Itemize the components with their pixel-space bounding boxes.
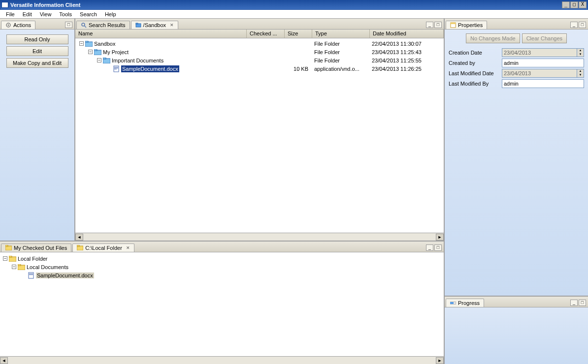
close-tab-icon[interactable]: ✕ xyxy=(126,245,130,250)
svg-point-1 xyxy=(8,24,9,26)
sandbox-tab-label: /Sandbox xyxy=(143,22,166,28)
folder-yellow-icon xyxy=(18,264,25,270)
expander-icon[interactable]: − xyxy=(12,265,16,269)
panel-minimize-button[interactable]: _ xyxy=(426,244,433,251)
local-folder-tab-label: C:\Local Folder xyxy=(85,245,122,251)
window-controls: _ □ X xyxy=(562,1,587,8)
tab-sandbox[interactable]: /Sandbox ✕ xyxy=(131,21,178,29)
tab-local-folder[interactable]: C:\Local Folder ✕ xyxy=(72,243,134,252)
main-panel: Search Results /Sandbox ✕ _ □ Name Check… xyxy=(75,19,444,241)
col-type[interactable]: Type xyxy=(312,30,370,38)
maximize-button[interactable]: □ xyxy=(570,1,578,8)
properties-icon xyxy=(450,22,456,28)
edit-button[interactable]: Edit xyxy=(6,46,68,56)
tab-properties[interactable]: Properties xyxy=(446,21,487,29)
tree-label: Sandbox xyxy=(94,41,115,47)
panel-minimize-button[interactable]: _ xyxy=(570,22,578,28)
scroll-right-icon[interactable]: ► xyxy=(436,234,444,241)
tree-label: Important Documents xyxy=(112,58,163,63)
creation-date-field[interactable] xyxy=(502,48,577,57)
menu-tools[interactable]: Tools xyxy=(55,10,76,18)
progress-icon xyxy=(450,301,456,305)
svg-line-3 xyxy=(85,26,87,28)
gear-icon xyxy=(5,22,11,28)
tree-row-sampledoc[interactable]: SampleDocument.docx 10 KB application/vn… xyxy=(75,64,444,73)
svg-rect-11 xyxy=(103,58,106,59)
tab-actions[interactable]: Actions xyxy=(1,21,35,29)
col-name[interactable]: Name xyxy=(75,30,247,38)
svg-point-2 xyxy=(82,23,85,26)
progress-panel: Progress _ □ xyxy=(445,297,588,364)
folder-icon xyxy=(103,58,110,63)
panel-maximize-button[interactable]: □ xyxy=(579,300,586,306)
local-row-file[interactable]: SampleDocument.docx xyxy=(2,271,442,279)
make-copy-edit-button[interactable]: Make Copy and Edit xyxy=(6,58,68,68)
local-label: SampleDocument.docx xyxy=(36,273,94,278)
col-date-modified[interactable]: Date Modified xyxy=(370,30,444,38)
app-icon xyxy=(1,2,8,8)
menu-edit[interactable]: Edit xyxy=(19,10,36,18)
cell-type: File Folder xyxy=(312,58,370,63)
progress-tab-label: Progress xyxy=(458,300,480,306)
menu-search[interactable]: Search xyxy=(76,10,101,18)
document-icon xyxy=(28,272,34,279)
created-by-field[interactable] xyxy=(502,59,584,67)
menubar: File Edit View Tools Search Help xyxy=(0,10,588,19)
cell-date: 23/04/2013 11:25:43 xyxy=(370,49,444,55)
actions-panel: Actions □ Read Only Edit Make Copy and E… xyxy=(0,19,75,241)
expander-icon[interactable]: − xyxy=(79,41,84,46)
panel-maximize-button[interactable]: □ xyxy=(434,244,442,251)
last-modified-by-field[interactable] xyxy=(502,79,584,88)
local-row-docs[interactable]: − Local Documents xyxy=(2,263,442,271)
no-changes-button[interactable]: No Changes Made xyxy=(466,33,520,43)
date-spinner-icon[interactable]: ▲▼ xyxy=(577,69,584,78)
document-icon xyxy=(113,65,120,72)
minimize-button[interactable]: _ xyxy=(562,1,570,8)
expander-icon[interactable]: − xyxy=(3,256,7,261)
tree-row-myproject[interactable]: −My Project File Folder 23/04/2013 11:25… xyxy=(75,48,444,56)
local-row-root[interactable]: − Local Folder xyxy=(2,254,442,263)
scroll-right-icon[interactable]: ► xyxy=(436,357,444,364)
read-only-button[interactable]: Read Only xyxy=(6,34,68,44)
scrollbar-horizontal[interactable]: ◄ ► xyxy=(75,233,444,241)
panel-minimize-button[interactable]: _ xyxy=(426,22,433,28)
col-checked-out[interactable]: Checked ... xyxy=(247,30,285,38)
last-modified-by-label: Last Modified By xyxy=(449,81,502,87)
folder-yellow-icon xyxy=(9,256,16,262)
panel-maximize-button[interactable]: □ xyxy=(579,22,586,28)
tab-search-results[interactable]: Search Results xyxy=(76,21,130,29)
scrollbar-horizontal[interactable]: ◄ ► xyxy=(0,356,444,364)
scroll-left-icon[interactable]: ◄ xyxy=(75,234,83,241)
close-button[interactable]: X xyxy=(579,1,587,8)
svg-rect-13 xyxy=(114,67,118,67)
local-label: Local Documents xyxy=(27,264,68,270)
panel-maximize-button[interactable]: □ xyxy=(65,22,72,28)
menu-file[interactable]: File xyxy=(2,10,19,18)
search-results-tab-label: Search Results xyxy=(89,22,126,28)
tab-checked-out-files[interactable]: My Checked Out Files xyxy=(1,243,71,252)
tab-progress[interactable]: Progress xyxy=(446,299,484,307)
last-modified-date-label: Last Modified Date xyxy=(449,70,502,76)
last-modified-date-field[interactable] xyxy=(502,69,577,78)
properties-tabstrip: Properties _ □ xyxy=(445,19,588,30)
folder-icon xyxy=(94,49,101,55)
date-spinner-icon[interactable]: ▲▼ xyxy=(577,48,584,57)
expander-icon[interactable]: − xyxy=(97,58,101,62)
cell-type: application/vnd.o... xyxy=(312,66,370,72)
clear-changes-button[interactable]: Clear Changes xyxy=(522,33,567,43)
tree-row-important[interactable]: −Important Documents File Folder 23/04/2… xyxy=(75,56,444,64)
actions-tabstrip: Actions □ xyxy=(0,19,74,30)
panel-maximize-button[interactable]: □ xyxy=(434,22,442,28)
col-size[interactable]: Size xyxy=(285,30,312,38)
menu-help[interactable]: Help xyxy=(101,10,120,18)
tree-row-sandbox[interactable]: −Sandbox File Folder 22/04/2013 11:30:07 xyxy=(75,39,444,48)
menu-view[interactable]: View xyxy=(36,10,56,18)
window-titlebar: Versatile Information Client _ □ X xyxy=(0,0,588,10)
close-tab-icon[interactable]: ✕ xyxy=(170,23,174,28)
svg-rect-26 xyxy=(29,274,33,275)
panel-minimize-button[interactable]: _ xyxy=(570,300,578,306)
magnifier-icon xyxy=(81,22,87,28)
expander-icon[interactable]: − xyxy=(88,50,93,54)
scroll-left-icon[interactable]: ◄ xyxy=(0,357,8,364)
properties-tab-label: Properties xyxy=(458,22,483,28)
